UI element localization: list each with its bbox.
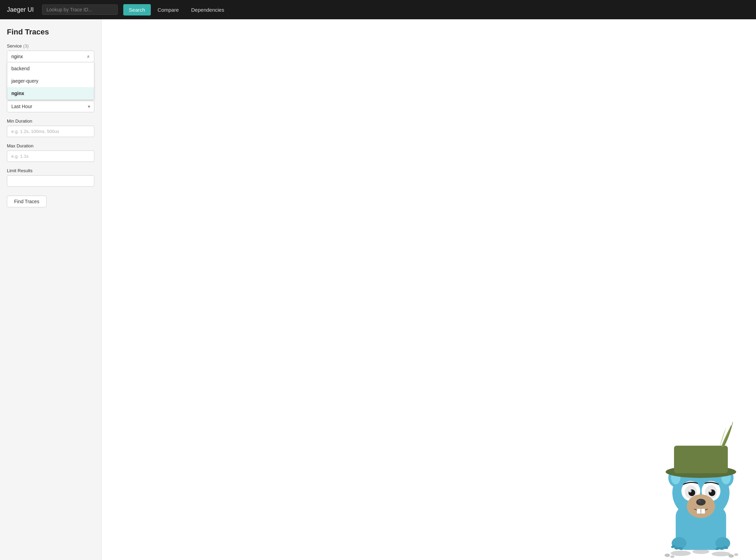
lookback-select[interactable]: Last Hour Last 2 Hours Last 3 Hours Last… bbox=[7, 101, 94, 112]
min-duration-input[interactable] bbox=[7, 126, 94, 137]
app-logo: Jaeger UI bbox=[7, 6, 34, 13]
svg-rect-27 bbox=[701, 509, 705, 514]
service-option-nginx[interactable]: nginx bbox=[7, 87, 94, 100]
main-content bbox=[102, 19, 756, 560]
svg-point-5 bbox=[728, 554, 734, 558]
find-traces-button[interactable]: Find Traces bbox=[7, 196, 46, 207]
svg-point-31 bbox=[674, 547, 679, 550]
nav-tab-compare[interactable]: Compare bbox=[152, 4, 185, 15]
svg-point-1 bbox=[693, 549, 710, 554]
service-option-jaeger-query[interactable]: jaeger-query bbox=[7, 75, 94, 87]
max-duration-input[interactable] bbox=[7, 151, 94, 162]
svg-point-2 bbox=[712, 552, 731, 557]
gopher-svg bbox=[646, 415, 756, 560]
svg-point-3 bbox=[665, 553, 670, 557]
min-duration-label: Min Duration bbox=[7, 118, 94, 124]
svg-point-25 bbox=[698, 500, 701, 502]
max-duration-label: Max Duration bbox=[7, 143, 94, 148]
service-option-backend[interactable]: backend bbox=[7, 62, 94, 75]
nav-tab-dependencies[interactable]: Dependencies bbox=[186, 4, 230, 15]
svg-rect-26 bbox=[697, 509, 701, 514]
svg-rect-14 bbox=[674, 446, 728, 473]
trace-id-input[interactable] bbox=[42, 4, 118, 15]
page-title: Find Traces bbox=[7, 28, 94, 37]
search-sidebar: Find Traces Service (3) nginx ∧ backend … bbox=[0, 19, 102, 560]
svg-point-6 bbox=[734, 553, 738, 556]
max-duration-group: Max Duration bbox=[7, 143, 94, 162]
svg-point-23 bbox=[687, 495, 715, 518]
service-selected-value: nginx bbox=[11, 54, 23, 59]
gopher-illustration bbox=[646, 415, 756, 560]
main-layout: Find Traces Service (3) nginx ∧ backend … bbox=[0, 19, 756, 560]
limit-results-label: Limit Results bbox=[7, 168, 94, 173]
service-dropdown-menu: backend jaeger-query nginx bbox=[7, 62, 94, 100]
limit-results-input[interactable]: 20 bbox=[7, 175, 94, 187]
nav-bar: Search Compare Dependencies bbox=[123, 4, 230, 15]
chevron-up-icon: ∧ bbox=[87, 54, 90, 59]
svg-point-4 bbox=[670, 555, 674, 558]
svg-point-22 bbox=[709, 490, 712, 492]
svg-point-24 bbox=[696, 499, 705, 506]
min-duration-group: Min Duration bbox=[7, 118, 94, 137]
header: Jaeger UI Search Compare Dependencies bbox=[0, 0, 756, 19]
nav-tab-search[interactable]: Search bbox=[123, 4, 151, 15]
limit-results-group: Limit Results 20 bbox=[7, 168, 94, 187]
lookback-select-wrapper: Last Hour Last 2 Hours Last 3 Hours Last… bbox=[7, 101, 94, 112]
svg-point-34 bbox=[720, 547, 724, 550]
svg-point-21 bbox=[689, 490, 692, 492]
service-label: Service (3) bbox=[7, 43, 94, 49]
service-group: Service (3) nginx ∧ backend jaeger-query… bbox=[7, 43, 94, 62]
svg-point-0 bbox=[671, 551, 691, 556]
service-dropdown-selected[interactable]: nginx ∧ bbox=[7, 51, 94, 62]
service-dropdown[interactable]: nginx ∧ backend jaeger-query nginx bbox=[7, 51, 94, 62]
